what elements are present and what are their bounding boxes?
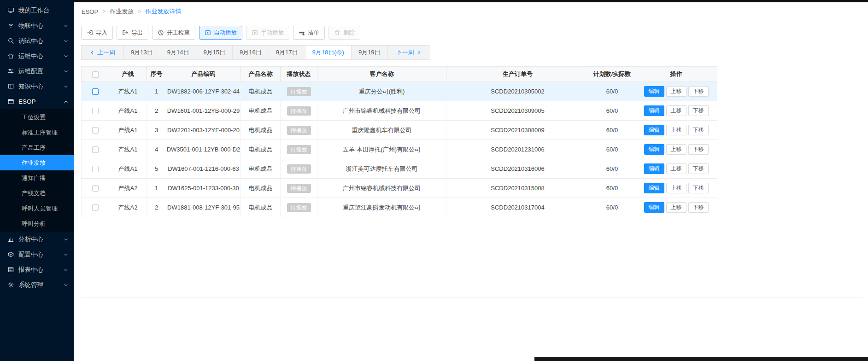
date-tab[interactable]: 9月13日 [123,45,160,60]
seq-cell: 3 [147,121,166,140]
row-checkbox[interactable] [92,127,99,134]
status-badge: 待播放 [287,106,311,116]
date-tab[interactable]: 9月19日 [351,45,388,60]
table-row[interactable]: 产线A13DW2201-003-12YF-000-20电机成品待播放重庆隆鑫机车… [82,121,717,140]
row-checkbox[interactable] [92,185,99,192]
date-tab[interactable]: 9月14日 [160,45,197,60]
edit-button[interactable]: 编辑 [644,163,664,174]
sidebar-subitem[interactable]: 通知广播 [0,170,74,186]
sidebar-item-debug-center[interactable]: 调试中心 [0,33,74,48]
insert-icon [299,29,305,36]
sidebar-subitem[interactable]: 产品工序 [0,140,74,155]
export-button[interactable]: 导出 [117,26,148,40]
sidebar-item-workspace[interactable]: 我的工作台 [0,3,74,18]
prev-week-tab[interactable]: 上一周 [81,45,124,60]
sidebar-subitem[interactable]: 工位设置 [0,110,74,125]
actions-cell: 编辑上移下移 [635,179,717,198]
move-down-button[interactable]: 下移 [688,125,709,135]
sidebar-item-knowledge-center[interactable]: 知识中心 [0,79,74,94]
row-checkbox[interactable] [92,204,99,211]
sidebar-item-config-center[interactable]: 配置中心 [0,247,74,262]
seq-cell: 2 [147,101,166,121]
chevron-down-icon [64,84,68,89]
product-name-cell: 电机成品 [241,82,281,101]
import-icon [87,29,93,36]
sidebar-subitem[interactable]: 呼叫人员管理 [0,201,74,216]
move-down-button[interactable]: 下移 [688,105,709,116]
main-content: ESOP > 作业发放 > 作业发放详情 导入导出开工检查自动播放手动播放插单删… [74,0,868,361]
start-check-button[interactable]: 开工检查 [152,26,195,40]
table-row[interactable]: 产线A15DW1607-001-1216-000-63电机成品待播放浙江美可达摩… [82,159,717,179]
date-tab[interactable]: 9月18日(今) [305,45,352,60]
app-window: 我的工作台物联中心调试中心运维中心运维配置知识中心ESOP工位设置标准工序管理产… [0,0,868,361]
order-number-cell: SCDD20210315008 [446,179,589,198]
table-row[interactable]: 产线A21DW1625-001-1233-000-30电机成品待播放广州市锦睿机… [82,179,717,198]
date-tab[interactable]: 9月15日 [196,45,233,60]
row-checkbox[interactable] [92,88,99,95]
manual-play-button[interactable]: 手动播放 [246,26,289,40]
status-badge: 待播放 [287,203,311,212]
move-up-button[interactable]: 上移 [666,202,686,213]
edit-button[interactable]: 编辑 [644,105,664,116]
sidebar-subitem[interactable]: 产线文档 [0,186,74,201]
ops-icon [7,52,14,59]
move-down-button[interactable]: 下移 [688,86,709,97]
product-name-cell: 电机成品 [241,179,281,198]
import-button[interactable]: 导入 [81,26,113,40]
planned-actual-cell: 60/0 [589,140,635,159]
table-row[interactable]: 产线A12DW1601-001-12YB-000-29电机成品待播放广州市锦睿机… [82,101,717,121]
delete-button[interactable]: 删除 [328,26,360,40]
table-row[interactable]: 产线A22DW1881-008-12YF-301-95电机成品待播放重庆望江豪爵… [82,198,717,217]
sliders-icon [7,68,14,75]
move-down-button[interactable]: 下移 [688,144,709,155]
move-up-button[interactable]: 上移 [666,86,686,97]
move-up-button[interactable]: 上移 [666,105,686,116]
date-tab[interactable]: 9月16日 [232,45,269,60]
move-down-button[interactable]: 下移 [688,183,709,193]
move-up-button[interactable]: 上移 [666,163,686,174]
seq-cell: 4 [147,140,166,159]
move-up-button[interactable]: 上移 [666,183,686,193]
select-all-cell [82,67,109,82]
auto-play-button[interactable]: 自动播放 [199,26,242,40]
sidebar-item-ops-config[interactable]: 运维配置 [0,64,74,79]
breadcrumb-item-esop[interactable]: ESOP [82,8,98,15]
row-select-cell [82,82,109,101]
line-cell: 产线A1 [109,101,147,121]
sidebar-item-analysis-center[interactable]: 分析中心 [0,232,74,247]
sidebar-item-esop[interactable]: ESOP [0,94,74,109]
row-checkbox[interactable] [92,166,99,172]
edit-button[interactable]: 编辑 [644,86,664,97]
breadcrumb-item-job-dispatch[interactable]: 作业发放 [110,7,134,16]
move-down-button[interactable]: 下移 [688,163,709,174]
sidebar-item-label: ESOP [18,98,59,105]
product-name-cell: 电机成品 [241,198,281,217]
table-row[interactable]: 产线A14DW3501-001-12YB-000-D2电机成品待播放五羊-本田摩… [82,140,717,159]
sidebar-item-iot-center[interactable]: 物联中心 [0,18,74,33]
sidebar-item-report-center[interactable]: 报表中心 [0,262,74,277]
edit-button[interactable]: 编辑 [644,202,664,213]
sidebar-item-ops-center[interactable]: 运维中心 [0,48,74,64]
move-up-button[interactable]: 上移 [666,144,686,155]
sidebar-subitem[interactable]: 作业发放 [0,155,74,170]
date-tab[interactable]: 9月17日 [269,45,305,60]
next-week-tab[interactable]: 下一周 [387,45,430,60]
move-down-button[interactable]: 下移 [688,202,709,213]
export-icon [122,29,129,36]
planned-actual-cell: 60/0 [589,159,635,179]
status-badge: 待播放 [287,145,311,154]
move-up-button[interactable]: 上移 [666,125,686,135]
sidebar-subitem[interactable]: 呼叫分析 [0,216,74,231]
row-checkbox[interactable] [92,108,99,114]
edit-button[interactable]: 编辑 [644,144,664,155]
table-body: 产线A11DW1882-006-12YF-302-44电机成品待播放重庆分公司(… [82,82,717,217]
table-row[interactable]: 产线A11DW1882-006-12YF-302-44电机成品待播放重庆分公司(… [82,82,717,101]
edit-button[interactable]: 编辑 [644,183,664,193]
edit-button[interactable]: 编辑 [644,125,664,135]
breadcrumb-separator: > [102,8,106,15]
insert-order-button[interactable]: 插单 [293,26,325,40]
select-all-checkbox[interactable] [92,71,99,78]
row-checkbox[interactable] [92,146,99,153]
sidebar-subitem[interactable]: 标准工序管理 [0,125,74,140]
sidebar-item-system-management[interactable]: 系统管理 [0,277,74,292]
